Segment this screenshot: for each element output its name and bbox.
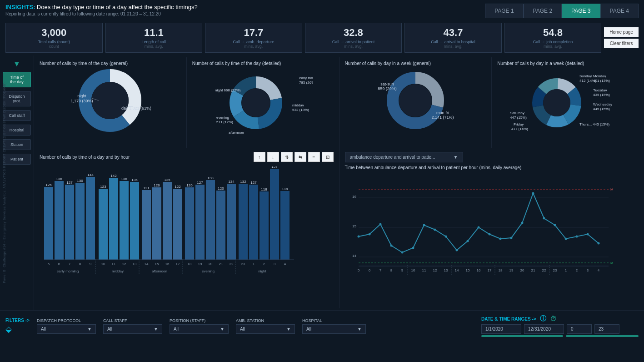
chart-week-detailed: Number of calls by day in a week (detail… [492,57,644,148]
svg-point-128 [477,226,479,229]
svg-text:447 (15%): 447 (15%) [510,116,527,120]
time-range-slider[interactable] [566,335,639,337]
svg-text:126: 126 [154,183,160,187]
ctrl-down[interactable]: ↓ [267,152,279,162]
svg-text:15: 15 [352,224,356,228]
page-tabs: PAGE 1 PAGE 2 PAGE 3 PAGE 4 [485,4,639,18]
dispatch-protocol-select[interactable]: All ▼ [37,324,96,334]
svg-text:118: 118 [261,187,267,191]
bar-7 [120,181,129,260]
filters-label: FILTERS -> [5,318,30,323]
svg-text:417 (14%): 417 (14%) [511,127,528,131]
metrics-row: 3,000 Total calls (count) count 11.1 Len… [0,20,644,55]
svg-text:11: 11 [422,268,426,272]
chart-time-detailed: Number of calls by time of the day (deta… [187,57,339,148]
date-time-label: DATE & TIME RANGES -> [481,317,536,322]
slider-row [481,335,639,337]
ctrl-menu[interactable]: ≡ [308,152,320,162]
chart-title-1: Number of calls by time of the day (deta… [192,61,334,66]
metric-value-4: 43.7 [410,27,496,39]
clear-filters-button[interactable]: Clear filters [604,39,639,48]
ctrl-up[interactable]: ↑ [254,152,265,162]
dispatch-chevron-icon: ▼ [87,327,92,332]
bar-17 [227,184,236,260]
charts-area: Number of calls by time of the day (gene… [34,55,644,310]
hospital-label: HOSPITAL [302,318,366,323]
position-staff-select[interactable]: All ▼ [170,324,229,334]
end-time-input[interactable] [594,324,619,334]
metric-sub-2: mins, avg. [211,44,296,49]
metric-value-3: 32.8 [311,27,396,39]
ctrl-swap[interactable]: ⇆ [295,152,306,162]
svg-text:6: 6 [368,268,370,272]
start-time-input[interactable] [567,324,592,334]
svg-text:7: 7 [69,262,71,266]
line-chart-dropdown[interactable]: ambulance departure and arrival to patie… [345,152,463,162]
bar-12 [173,189,182,260]
svg-text:midday: midday [424,274,435,275]
svg-text:16: 16 [476,268,480,272]
tab-page2[interactable]: PAGE 2 [524,4,562,18]
metric-total-calls: 3,000 Total calls (count) count [5,23,103,53]
bar-11 [163,182,172,260]
call-staff-select[interactable]: All ▼ [103,324,162,334]
end-date-input[interactable] [524,324,564,334]
position-staff-chevron-icon: ▼ [220,327,225,332]
clock-icon[interactable]: ⏱ [550,315,556,322]
metric-value-5: 54.8 [510,27,596,39]
line-chart-svg: 14 15 16 Max: 16.3 Min: 13.9 [345,173,613,275]
svg-point-2 [91,82,129,119]
svg-text:16: 16 [165,262,170,266]
svg-text:22: 22 [230,262,234,266]
bar-chart-panel: Number of calls by time of a day and by … [34,148,339,308]
hospital-select[interactable]: All ▼ [302,324,366,334]
bar-20 [260,191,269,260]
svg-text:Max: 16.3: Max: 16.3 [610,187,613,191]
svg-text:15: 15 [155,262,159,266]
svg-text:1,179 (39%): 1,179 (39%) [71,99,93,103]
tab-page1[interactable]: PAGE 1 [485,4,523,18]
amb-station-select[interactable]: All ▼ [236,324,295,334]
svg-text:13: 13 [133,262,137,266]
svg-text:Tuesday: Tuesday [593,88,607,92]
svg-text:evening: evening [202,269,215,273]
svg-text:19: 19 [509,268,513,272]
call-staff-label: CALL STAFF [103,318,162,323]
main-content: ▼ Time of the day Dispatch prot. Call st… [0,55,644,310]
amb-station-chevron-icon: ▼ [286,327,291,332]
svg-text:4: 4 [597,268,599,272]
svg-text:125: 125 [45,183,52,187]
svg-text:144: 144 [87,173,94,177]
tab-page4[interactable]: PAGE 4 [600,4,639,18]
svg-point-139 [597,242,599,245]
date-range-slider[interactable] [481,335,563,337]
svg-text:9: 9 [90,262,92,266]
svg-text:859 (29%): 859 (29%) [378,86,397,91]
svg-point-118 [368,233,370,236]
svg-text:2: 2 [575,268,578,272]
svg-text:15: 15 [465,268,469,272]
filter-funnel-icon[interactable]: ⬙ [5,324,30,334]
home-page-button[interactable]: Home page [604,27,639,37]
ctrl-expand[interactable]: ⊡ [322,152,334,162]
svg-text:18: 18 [498,268,502,272]
svg-text:Monday: Monday [593,74,606,78]
start-date-input[interactable] [481,324,521,334]
svg-point-131 [510,237,512,239]
svg-text:early morning: early morning [369,274,391,275]
tab-page3[interactable]: PAGE 3 [562,4,600,18]
bar-21 [270,169,279,260]
svg-text:4: 4 [284,262,286,266]
svg-text:mon-fri: mon-fri [436,111,449,115]
ctrl-updown[interactable]: ⇅ [281,152,293,162]
metric-label-0: Total calls (count) [11,40,97,44]
svg-text:1: 1 [253,262,255,266]
info-icon[interactable]: ⓘ [540,315,546,323]
svg-text:1: 1 [564,268,567,272]
line-chart-title: Time between ambulance departure and arr… [345,165,639,170]
svg-text:afternoon: afternoon [465,274,481,275]
metric-sub-0: count [11,44,97,49]
svg-text:10: 10 [101,262,105,266]
svg-text:evening: evening [515,274,528,275]
svg-text:evening: evening [216,116,229,120]
